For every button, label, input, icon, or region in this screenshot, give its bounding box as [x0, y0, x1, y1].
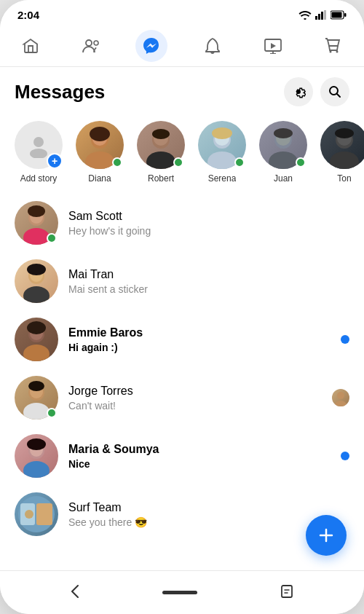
online-dot-sam-scott [47, 233, 57, 243]
story-juan[interactable]: Juan [259, 121, 307, 184]
svg-point-28 [269, 151, 298, 169]
online-dot-jorge [47, 408, 57, 418]
unread-dot-maria [341, 452, 349, 460]
top-nav [0, 24, 364, 67]
svg-point-32 [330, 151, 359, 169]
svg-point-44 [23, 345, 50, 361]
svg-point-11 [336, 51, 339, 53]
message-item-emmie-baros[interactable]: Emmie Baros Hi again :) [0, 310, 364, 369]
svg-point-42 [27, 264, 46, 275]
msg-name-maria-soumya: Maria & Soumya [68, 443, 341, 456]
svg-point-13 [33, 137, 44, 147]
signal-icon [315, 10, 327, 20]
header-actions [284, 77, 349, 106]
svg-point-51 [337, 392, 344, 399]
unread-dot-emmie [341, 335, 349, 344]
status-time: 2:04 [17, 9, 39, 21]
message-item-jorge-torres[interactable]: Jorge Torres Can't wait! [0, 369, 364, 427]
svg-rect-2 [321, 12, 323, 20]
svg-point-7 [86, 40, 92, 46]
online-dot-juan [296, 157, 306, 168]
svg-point-36 [23, 228, 50, 245]
story-label-diana: Diana [88, 173, 111, 184]
svg-point-60 [25, 510, 33, 519]
message-list: Sam Scott Hey how's it going Mai Tran Ma [0, 194, 364, 570]
svg-point-26 [212, 127, 232, 139]
msg-preview-jorge-torres: Can't wait! [68, 400, 332, 412]
msg-content-surf-team: Surf Team See you there 😎 [68, 501, 349, 528]
svg-rect-1 [318, 14, 320, 20]
svg-point-40 [23, 286, 50, 303]
msg-avatar-indicator-jorge [332, 389, 349, 406]
msg-content-jorge-torres: Jorge Torres Can't wait! [68, 385, 332, 412]
msg-content-sam-scott: Sam Scott Hey how's it going [68, 210, 349, 237]
new-message-fab[interactable] [306, 515, 347, 556]
online-dot-diana [112, 157, 122, 168]
nav-store[interactable] [317, 30, 349, 62]
svg-point-46 [27, 321, 46, 334]
settings-button[interactable] [284, 77, 313, 106]
nav-notifications[interactable] [197, 30, 229, 62]
msg-content-mai-tran: Mai Tran Mai sent a sticker [68, 268, 349, 295]
message-item-sam-scott[interactable]: Sam Scott Hey how's it going [0, 194, 364, 252]
wifi-icon [298, 10, 312, 20]
svg-point-14 [30, 149, 47, 158]
msg-preview-mai-tran: Mai sent a sticker [68, 283, 349, 295]
recents-button[interactable] [281, 585, 293, 601]
svg-rect-6 [344, 13, 347, 17]
svg-point-34 [335, 128, 354, 138]
page-header: Messages [0, 67, 364, 114]
msg-name-jorge-torres: Jorge Torres [68, 385, 332, 398]
svg-rect-5 [332, 12, 342, 18]
msg-avatar-maria-soumya [15, 434, 58, 478]
nav-friends[interactable] [75, 30, 107, 62]
story-add[interactable]: + Add story [15, 121, 63, 184]
svg-point-20 [146, 151, 175, 169]
svg-point-10 [330, 51, 332, 53]
search-button[interactable] [320, 77, 349, 106]
story-label-juan: Juan [274, 173, 293, 184]
message-item-maria-soumya[interactable]: Maria & Soumya Nice [0, 427, 364, 485]
nav-home[interactable] [15, 30, 47, 62]
story-avatar-ton [320, 121, 364, 169]
msg-name-surf-team: Surf Team [68, 501, 349, 514]
bottom-nav [0, 570, 364, 614]
svg-point-48 [23, 403, 50, 420]
msg-preview-emmie-baros: Hi again :) [68, 342, 341, 353]
msg-name-sam-scott: Sam Scott [68, 210, 349, 223]
msg-preview-sam-scott: Hey how's it going [68, 225, 349, 237]
svg-point-30 [274, 128, 293, 138]
story-robert[interactable]: Robert [137, 121, 185, 184]
svg-point-22 [152, 129, 170, 139]
story-label-serena: Serena [208, 173, 237, 184]
msg-avatar-emmie-baros [15, 318, 58, 361]
svg-rect-61 [282, 586, 292, 597]
back-button[interactable] [71, 585, 79, 601]
nav-watch[interactable] [257, 30, 289, 62]
nav-messenger[interactable] [135, 30, 167, 62]
online-dot-robert [173, 157, 183, 168]
story-serena[interactable]: Serena [198, 121, 246, 184]
msg-name-mai-tran: Mai Tran [68, 268, 349, 281]
msg-preview-maria-soumya: Nice [68, 458, 341, 470]
svg-point-56 [27, 438, 46, 450]
home-indicator[interactable] [162, 591, 197, 594]
svg-rect-3 [324, 10, 326, 20]
story-label-ton: Ton [337, 173, 351, 184]
phone-frame: 2:04 [0, 0, 364, 614]
story-ton[interactable]: Ton [320, 121, 364, 184]
msg-name-emmie-baros: Emmie Baros [68, 326, 341, 339]
message-item-mai-tran[interactable]: Mai Tran Mai sent a sticker [0, 252, 364, 310]
msg-content-emmie-baros: Emmie Baros Hi again :) [68, 326, 341, 353]
status-bar: 2:04 [0, 0, 364, 24]
svg-point-52 [335, 401, 347, 406]
add-story-badge: + [47, 153, 63, 169]
svg-rect-0 [315, 16, 317, 20]
svg-point-38 [28, 205, 45, 217]
svg-point-18 [90, 127, 110, 141]
story-diana[interactable]: Diana [76, 121, 124, 184]
svg-point-8 [94, 41, 98, 45]
msg-content-maria-soumya: Maria & Soumya Nice [68, 443, 341, 470]
story-label-robert: Robert [148, 173, 174, 184]
svg-point-50 [28, 381, 44, 391]
